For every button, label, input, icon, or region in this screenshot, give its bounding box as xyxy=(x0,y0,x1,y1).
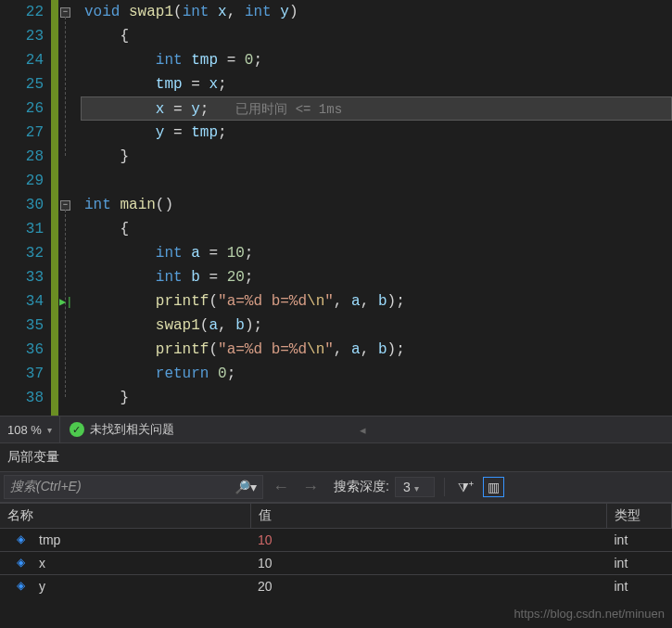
code-line[interactable]: } xyxy=(81,386,672,410)
watermark: https://blog.csdn.net/minuen xyxy=(514,607,665,621)
code-line[interactable]: int b = 20; xyxy=(81,265,672,289)
var-type: int xyxy=(607,575,672,598)
filter-icon[interactable]: ⧩⁺ xyxy=(454,478,477,497)
status-no-issues: 未找到相关问题 xyxy=(90,421,174,438)
search-placeholder: 搜索(Ctrl+E) xyxy=(10,479,82,495)
search-icon[interactable]: 🔎▾ xyxy=(235,480,257,494)
code-line[interactable]: printf("a=%d b=%d\n", a, b); xyxy=(81,338,672,362)
code-line[interactable]: } xyxy=(81,145,672,169)
code-editor[interactable]: ➡ 2223242526272829303132333435363738 −−▶… xyxy=(0,0,672,416)
chevron-down-icon: ▾ xyxy=(47,425,52,435)
var-type: int xyxy=(607,552,672,575)
line-number: 37 xyxy=(0,362,44,386)
code-line[interactable]: void swap1(int x, int y) xyxy=(81,0,672,24)
line-number: 24 xyxy=(0,48,44,72)
var-name: y xyxy=(39,579,45,594)
tab-view-icon[interactable]: ▥ xyxy=(483,477,504,497)
code-line[interactable]: int tmp = 0; xyxy=(81,48,672,72)
variable-icon: ◈ xyxy=(17,556,25,569)
locals-search-input[interactable]: 搜索(Ctrl+E) 🔎▾ xyxy=(4,475,263,499)
table-row[interactable]: ◈x10int xyxy=(0,552,672,575)
check-circle-icon: ✓ xyxy=(70,422,84,437)
change-margin xyxy=(51,0,58,416)
forward-button[interactable]: → xyxy=(298,478,323,497)
line-number: 23 xyxy=(0,24,44,48)
line-number: 36 xyxy=(0,338,44,362)
table-row[interactable]: ◈tmp10int xyxy=(0,529,672,552)
line-number: 26 xyxy=(0,96,44,121)
line-number: 25 xyxy=(0,72,44,96)
var-name: x xyxy=(39,556,45,570)
code-line[interactable]: y = tmp; xyxy=(81,121,672,145)
locals-toolbar: 搜索(Ctrl+E) 🔎▾ ← → 搜索深度: 3 ▾ ⧩⁺ ▥ xyxy=(0,471,672,503)
back-button[interactable]: ← xyxy=(269,478,293,497)
col-name[interactable]: 名称 xyxy=(0,504,250,529)
search-depth-label: 搜索深度: xyxy=(334,479,389,495)
locals-panel-title: 局部变量 xyxy=(0,443,672,471)
line-number: 28 xyxy=(0,145,44,169)
zoom-level-dropdown[interactable]: 108 % ▾ xyxy=(0,417,60,442)
table-header-row: 名称 值 类型 xyxy=(0,504,672,529)
search-depth-select[interactable]: 3 ▾ xyxy=(395,477,435,497)
var-type: int xyxy=(607,529,672,552)
code-line[interactable]: return 0; xyxy=(81,362,672,386)
editor-status-bar: 108 % ▾ ✓ 未找到相关问题 ◂ xyxy=(0,416,672,443)
code-line[interactable]: printf("a=%d b=%d\n", a, b); xyxy=(81,289,672,314)
line-number-gutter: ➡ 2223242526272829303132333435363738 xyxy=(0,0,51,416)
code-line[interactable]: tmp = x; xyxy=(81,72,672,96)
code-line[interactable]: x = y; 已用时间 <= 1ms xyxy=(81,96,672,121)
separator xyxy=(444,478,445,496)
line-number: 27 xyxy=(0,121,44,145)
line-number: 33 xyxy=(0,265,44,289)
line-number: 31 xyxy=(0,217,44,241)
chevron-down-icon: ▾ xyxy=(414,483,419,493)
line-number: 38 xyxy=(0,386,44,410)
split-handle-icon[interactable]: ◂ xyxy=(360,423,366,437)
code-line[interactable]: { xyxy=(81,24,672,48)
code-line[interactable] xyxy=(81,169,672,193)
line-number: 29 xyxy=(0,169,44,193)
fold-column[interactable]: −−▶| xyxy=(58,0,81,416)
line-number: 34 xyxy=(0,289,44,314)
code-line[interactable]: int a = 10; xyxy=(81,241,672,265)
var-value[interactable]: 10 xyxy=(250,529,607,552)
line-number: 32 xyxy=(0,241,44,265)
locals-table[interactable]: 名称 值 类型 ◈tmp10int◈x10int◈y20int xyxy=(0,503,672,597)
col-value[interactable]: 值 xyxy=(250,504,607,529)
zoom-value: 108 % xyxy=(7,423,42,437)
variable-icon: ◈ xyxy=(17,579,25,592)
run-to-line-icon[interactable]: ▶| xyxy=(59,295,72,309)
variable-icon: ◈ xyxy=(17,532,25,545)
var-value[interactable]: 20 xyxy=(250,575,607,598)
line-number: 22 xyxy=(0,0,44,24)
line-number: 35 xyxy=(0,314,44,338)
code-line[interactable]: { xyxy=(81,217,672,241)
table-row[interactable]: ◈y20int xyxy=(0,575,672,598)
var-value[interactable]: 10 xyxy=(250,552,607,575)
code-line[interactable]: int main() xyxy=(81,193,672,217)
line-number: 30 xyxy=(0,193,44,217)
code-line[interactable]: swap1(a, b); xyxy=(81,314,672,338)
col-type[interactable]: 类型 xyxy=(607,504,672,529)
var-name: tmp xyxy=(39,532,60,547)
code-area[interactable]: void swap1(int x, int y) { int tmp = 0; … xyxy=(81,0,672,416)
fold-guide xyxy=(65,17,66,156)
